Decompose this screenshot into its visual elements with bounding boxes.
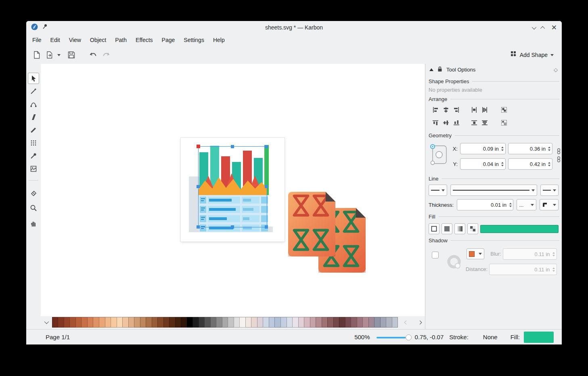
- palette-swatch[interactable]: [245, 317, 252, 328]
- menu-page[interactable]: Page: [157, 34, 180, 46]
- palette-swatch[interactable]: [163, 317, 170, 328]
- palette-swatch[interactable]: [204, 317, 211, 328]
- thickness-spinbox[interactable]: [457, 199, 513, 210]
- palette-swatch[interactable]: [187, 317, 193, 328]
- palette-swatch[interactable]: [216, 317, 222, 328]
- width-spinbox[interactable]: [508, 143, 552, 154]
- chart-artwork[interactable]: [181, 138, 285, 242]
- sheet-front-artwork[interactable]: [288, 192, 335, 256]
- group-button[interactable]: [499, 105, 509, 115]
- palette-swatch[interactable]: [58, 317, 64, 328]
- open-recent-dropdown[interactable]: [56, 48, 62, 61]
- palette-swatch[interactable]: [52, 317, 59, 328]
- fill-gradient-button[interactable]: [454, 223, 465, 234]
- palette-swatch[interactable]: [140, 317, 146, 328]
- window-maximize-button[interactable]: [542, 24, 545, 31]
- join-cap-select[interactable]: [540, 199, 559, 210]
- palette-swatch[interactable]: [392, 317, 398, 328]
- align-left-button[interactable]: [430, 105, 441, 115]
- height-spinbox[interactable]: [508, 158, 552, 170]
- palette-swatch[interactable]: [122, 317, 129, 328]
- palette-swatch[interactable]: [304, 317, 310, 328]
- menu-file[interactable]: File: [28, 34, 46, 46]
- palette-swatch[interactable]: [181, 317, 187, 328]
- palette-swatch[interactable]: [257, 317, 264, 328]
- start-marker-select[interactable]: [429, 185, 447, 196]
- palette-swatch[interactable]: [117, 317, 123, 328]
- align-center-vertical-button[interactable]: [441, 118, 451, 128]
- thickness-input[interactable]: [457, 202, 508, 208]
- palette-swatch[interactable]: [239, 317, 246, 328]
- palette-swatch[interactable]: [357, 317, 363, 328]
- collapse-docker-icon[interactable]: [429, 68, 433, 71]
- eraser-tool[interactable]: [28, 187, 39, 198]
- align-right-button[interactable]: [451, 105, 462, 115]
- shadow-color-select[interactable]: [467, 248, 484, 259]
- miter-limit-select[interactable]: ...: [517, 199, 536, 210]
- pencil-tool[interactable]: [28, 124, 39, 136]
- window-shade-button[interactable]: [532, 24, 535, 31]
- palette-swatch[interactable]: [99, 317, 105, 328]
- open-document-button[interactable]: [43, 48, 56, 61]
- palette-swatch[interactable]: [128, 317, 135, 328]
- palette-swatch[interactable]: [280, 317, 287, 328]
- distribute-left-button[interactable]: [469, 105, 479, 115]
- fill-color-swatch[interactable]: [524, 332, 554, 343]
- palette-swatch[interactable]: [199, 317, 205, 328]
- undo-button[interactable]: [87, 48, 100, 61]
- palette-swatch[interactable]: [322, 317, 328, 328]
- select-tool[interactable]: [28, 73, 39, 84]
- palette-scroll-right-button[interactable]: [414, 317, 425, 328]
- height-input[interactable]: [508, 161, 547, 167]
- menu-edit[interactable]: Edit: [46, 34, 65, 46]
- shadow-blur-input[interactable]: [503, 251, 551, 257]
- anchor-point-selector[interactable]: [429, 143, 449, 167]
- palette-swatch[interactable]: [345, 317, 352, 328]
- palette-swatch[interactable]: [222, 317, 228, 328]
- zoom-tool[interactable]: [28, 202, 39, 214]
- add-shape-button[interactable]: Add Shape: [506, 49, 558, 61]
- canvas[interactable]: [41, 64, 425, 316]
- shadow-distance-input[interactable]: [490, 267, 551, 273]
- palette-swatch[interactable]: [310, 317, 316, 328]
- palette-swatch[interactable]: [93, 317, 99, 328]
- new-document-button[interactable]: [30, 48, 43, 61]
- menu-help[interactable]: Help: [209, 34, 229, 46]
- palette-swatch[interactable]: [105, 317, 111, 328]
- palette-options-button[interactable]: [41, 317, 51, 328]
- menu-path[interactable]: Path: [111, 34, 131, 46]
- palette-swatch[interactable]: [87, 317, 94, 328]
- palette-swatch[interactable]: [152, 317, 158, 328]
- align-top-button[interactable]: [430, 118, 441, 128]
- palette-swatch[interactable]: [380, 317, 387, 328]
- palette-swatch[interactable]: [157, 317, 164, 328]
- pattern-edit-tool[interactable]: [28, 163, 39, 174]
- x-position-input[interactable]: [460, 146, 500, 152]
- palette-swatch[interactable]: [368, 317, 375, 328]
- gradient-tool[interactable]: [28, 150, 39, 162]
- palette-swatch[interactable]: [146, 317, 152, 328]
- palette-swatch[interactable]: [269, 317, 275, 328]
- palette-swatch[interactable]: [292, 317, 299, 328]
- palette-swatch[interactable]: [69, 317, 76, 328]
- y-position-input[interactable]: [460, 161, 500, 167]
- palette-swatch[interactable]: [351, 317, 357, 328]
- calligraphy-tool[interactable]: [28, 111, 39, 123]
- menu-object[interactable]: Object: [86, 34, 111, 46]
- palette-swatch[interactable]: [287, 317, 293, 328]
- palette-swatch[interactable]: [175, 317, 182, 328]
- width-input[interactable]: [508, 146, 547, 152]
- palette-swatch[interactable]: [64, 317, 70, 328]
- menu-view[interactable]: View: [65, 34, 86, 46]
- fill-color-bar[interactable]: [480, 225, 559, 233]
- palette-swatch[interactable]: [193, 317, 199, 328]
- titlebar[interactable]: sheets.svg * — Karbon ✕: [26, 21, 562, 34]
- palette-swatch[interactable]: [251, 317, 257, 328]
- distribute-bottom-button[interactable]: [479, 118, 490, 128]
- palette-swatch[interactable]: [339, 317, 345, 328]
- redo-button[interactable]: [100, 48, 113, 61]
- palette-swatch[interactable]: [386, 317, 392, 328]
- pan-tool[interactable]: [28, 218, 39, 229]
- zoom-slider-handle[interactable]: [406, 334, 412, 340]
- palette-swatch[interactable]: [210, 317, 217, 328]
